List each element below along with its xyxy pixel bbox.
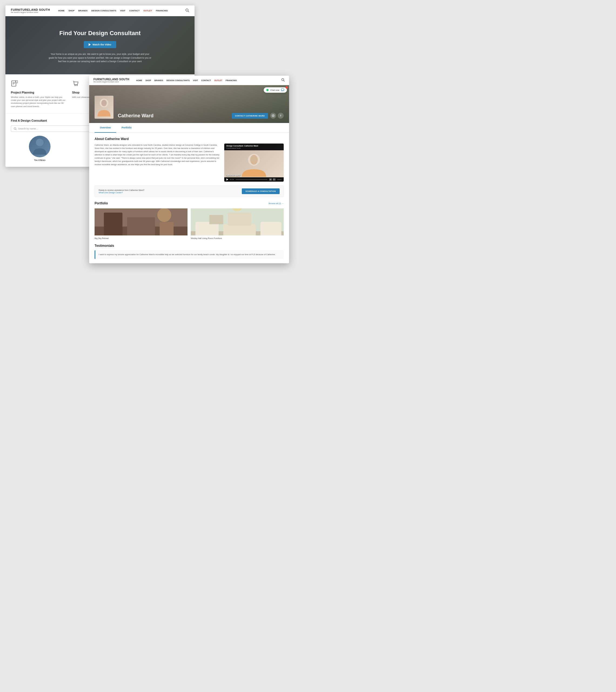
feature-project-planning: Project Planning Whether online, in-stor… [11, 80, 67, 108]
tabs-row: Overview Portfolio [89, 123, 289, 133]
logo-front[interactable]: FURNITURELAND SOUTH the world's largest … [93, 78, 129, 83]
video-title: Design Consultant: Catherine Ward [226, 145, 258, 147]
chat-bubble[interactable]: Chat now [264, 87, 287, 93]
project-planning-desc: Whether online, in-store or both, your S… [11, 96, 67, 108]
consultant-card-tim[interactable]: Tim O'Brien [11, 136, 69, 161]
nav-contact-back[interactable]: CONTACT [129, 9, 140, 12]
front-window: FURNITURELAND SOUTH the world's largest … [89, 76, 289, 263]
hero-description-back: Your home is as unique as you are. We wa… [49, 52, 151, 64]
logo-back[interactable]: FURNITURELAND SOUTH the world's largest … [11, 8, 50, 13]
facebook-icon[interactable]: f [278, 113, 284, 119]
consultant-photo-tim [29, 136, 50, 157]
browse-all-link[interactable]: Browse all (2) → [269, 202, 284, 204]
svg-point-14 [36, 139, 44, 146]
nav-financing-back[interactable]: FINANCING [156, 9, 168, 12]
search-bar-icon [14, 127, 17, 130]
video-controls[interactable]: 01:34 ⚙ ⛶ vimeo [224, 177, 284, 182]
svg-rect-29 [104, 213, 123, 235]
svg-rect-2 [12, 81, 16, 86]
video-time: 01:34 [230, 179, 234, 180]
svg-rect-37 [261, 222, 281, 235]
nav-items-front: HOME SHOP BRANDS DESIGN CONSULTANTS VISI… [136, 79, 281, 82]
video-controls-right: ⚙ ⛶ [269, 178, 276, 180]
consultant-name-tim: Tim O'Brien [11, 159, 69, 161]
svg-rect-39 [228, 213, 251, 226]
portfolio-photo-1 [94, 209, 188, 235]
testimonial-text: I want to express my sincere appreciatio… [94, 250, 284, 259]
search-input-placeholder: Search by name... [18, 127, 38, 130]
consultant-thumbnail [94, 96, 113, 119]
play-icon [89, 43, 91, 46]
notification-dot [286, 86, 288, 89]
instagram-icon[interactable] [270, 113, 276, 119]
video-play-button[interactable] [226, 178, 228, 180]
video-progress-bar[interactable] [236, 179, 267, 180]
nav-shop-back[interactable]: SHOP [68, 9, 74, 12]
portfolio-item-2[interactable]: Wesley Hall Living Room Furniture [191, 209, 284, 239]
social-icons: f [270, 113, 284, 119]
svg-point-8 [76, 85, 77, 86]
video-preview: Catherine Ward [224, 150, 284, 177]
nav-visit-front[interactable]: VISIT [193, 79, 198, 82]
schedule-bar: Ready to receive assistance from Catheri… [94, 186, 284, 197]
search-icon-back[interactable] [185, 8, 189, 13]
nav-outlet-front[interactable]: OUTLET [214, 79, 222, 82]
svg-rect-38 [210, 215, 223, 224]
nav-contact-front[interactable]: CONTACT [201, 79, 211, 82]
nav-brands-front[interactable]: BRANDS [155, 79, 163, 82]
svg-line-1 [188, 11, 189, 12]
video-thumbnail[interactable]: Design Consultant: Catherine Ward Furnit… [224, 144, 284, 182]
nav-brands-back[interactable]: BRANDS [78, 9, 88, 12]
svg-point-31 [157, 209, 171, 222]
testimonials-title: Testimonials [94, 244, 284, 247]
vimeo-label: vimeo [277, 179, 282, 180]
svg-point-21 [101, 100, 107, 106]
nav-design-front[interactable]: DESIGN CONSULTANTS [167, 79, 190, 82]
portfolio-caption-2: Wesley Hall Living Room Furniture [191, 237, 284, 239]
portfolio-photo-2 [191, 209, 284, 235]
nav-home-front[interactable]: HOME [136, 79, 142, 82]
video-fls-logo: Furnitureland South [226, 147, 258, 149]
svg-point-23 [272, 115, 274, 116]
video-name-overlay: Catherine Ward [226, 174, 240, 176]
svg-point-26 [250, 155, 258, 165]
nav-visit-back[interactable]: VISIT [120, 9, 125, 12]
logo-sub-text: the world's largest furniture store [11, 12, 50, 13]
video-fullscreen-icon[interactable]: ⛶ [273, 178, 276, 180]
testimonials-section: Testimonials I want to express my sincer… [94, 244, 284, 259]
nav-front: FURNITURELAND SOUTH the world's largest … [89, 76, 289, 85]
video-settings-icon[interactable]: ⚙ [269, 178, 272, 180]
schedule-bar-link[interactable]: What's the Design Center? [98, 191, 144, 194]
schedule-consultation-button[interactable]: SCHEDULE A CONSULTATION [242, 189, 280, 194]
contact-catherine-button[interactable]: CONTACT CATHERINE WARD [232, 113, 268, 119]
about-title: About Catherine Ward [94, 137, 284, 141]
nav-home-back[interactable]: HOME [58, 9, 65, 12]
about-layout: Catherine Ward, an Atlanta designer who … [94, 144, 284, 182]
portfolio-caption-1: Big Sky Retreat [94, 237, 188, 239]
content-area: About Catherine Ward Catherine Ward, an … [89, 133, 289, 263]
project-planning-icon [11, 80, 67, 89]
chat-online-indicator [266, 89, 268, 91]
project-planning-title: Project Planning [11, 91, 67, 94]
chat-icon [281, 88, 284, 92]
svg-rect-36 [223, 224, 256, 235]
nav-design-back[interactable]: DESIGN CONSULTANTS [91, 9, 116, 12]
watch-video-button[interactable]: Watch the Video [84, 41, 116, 48]
portfolio-item-1[interactable]: Big Sky Retreat [94, 209, 188, 239]
portfolio-header: Portfolio Browse all (2) → [94, 201, 284, 205]
portfolio-title: Portfolio [94, 201, 108, 205]
nav-shop-front[interactable]: SHOP [145, 79, 151, 82]
nav-outlet-back[interactable]: OUTLET [144, 9, 152, 12]
consultant-banner: Chat now Catherine Ward CONTACT CATHERIN… [89, 85, 289, 123]
schedule-bar-text: Ready to receive assistance from Catheri… [98, 189, 144, 191]
tab-portfolio[interactable]: Portfolio [116, 123, 137, 133]
nav-financing-front[interactable]: FINANCING [226, 79, 237, 82]
search-icon-front[interactable] [281, 78, 285, 83]
logo-sub-front: the world's largest furniture store [93, 81, 129, 83]
about-section: About Catherine Ward Catherine Ward, an … [94, 137, 284, 182]
svg-rect-32 [160, 222, 174, 235]
tab-overview[interactable]: Overview [94, 123, 116, 133]
logo-main-front: FURNITURELAND SOUTH [93, 78, 129, 81]
about-text: Catherine Ward, an Atlanta designer who … [94, 144, 220, 182]
chat-label: Chat now [270, 89, 279, 91]
